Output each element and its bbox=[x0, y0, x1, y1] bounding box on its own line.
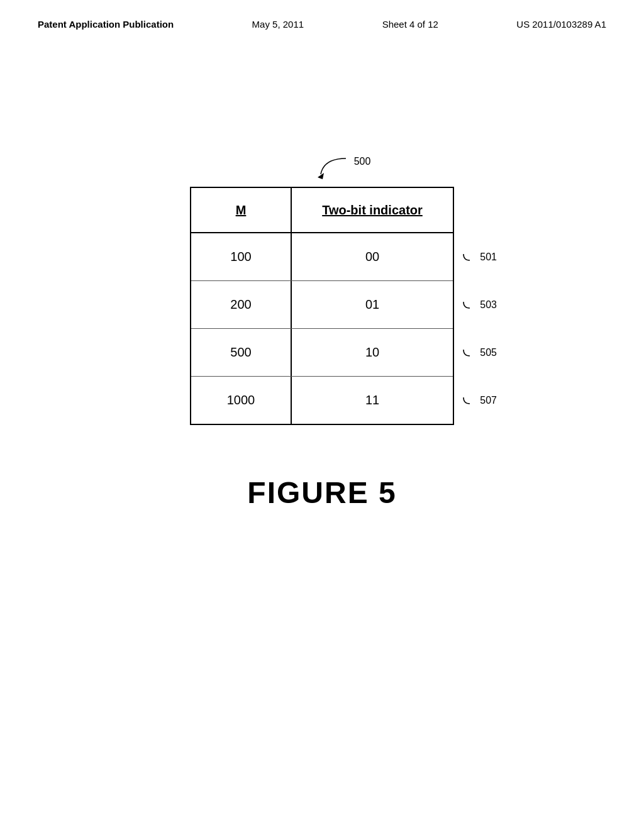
cell-m-value-4: 1000 bbox=[227, 393, 255, 407]
cell-indicator-value-4: 11 bbox=[365, 393, 379, 407]
cell-indicator-value-1: 00 bbox=[365, 250, 379, 264]
cell-m-3: 500 bbox=[191, 329, 292, 376]
figure-caption: FIGURE 5 bbox=[247, 475, 396, 510]
col-indicator-header-text: Two-bit indicator bbox=[322, 203, 423, 218]
cell-indicator-4: 11 bbox=[292, 377, 453, 424]
row-label-503: 503 bbox=[462, 299, 497, 311]
table-header-row: M Two-bit indicator bbox=[191, 188, 453, 233]
curve-icon-501 bbox=[462, 251, 476, 263]
table-row: 100 00 501 bbox=[191, 233, 453, 281]
cell-indicator-value-2: 01 bbox=[365, 297, 379, 312]
cell-m-value-1: 100 bbox=[230, 250, 251, 264]
row-ref-501: 501 bbox=[480, 252, 497, 263]
row-ref-507: 507 bbox=[480, 395, 497, 406]
cell-m-value-2: 200 bbox=[230, 297, 251, 312]
cell-indicator-3: 10 bbox=[292, 329, 453, 376]
col-m-header-text: M bbox=[236, 203, 247, 218]
figure-500-label: 500 bbox=[354, 156, 371, 167]
table-row: 200 01 503 bbox=[191, 281, 453, 329]
cell-indicator-value-3: 10 bbox=[365, 345, 379, 360]
diagram-reference: 500 bbox=[311, 155, 371, 180]
col-indicator-header: Two-bit indicator bbox=[292, 188, 453, 232]
cell-indicator-1: 00 bbox=[292, 233, 453, 280]
curve-icon-507 bbox=[462, 394, 476, 407]
row-ref-503: 503 bbox=[480, 299, 497, 311]
date-label: May 5, 2011 bbox=[252, 19, 304, 30]
table-row: 1000 11 507 bbox=[191, 377, 453, 424]
row-label-507: 507 bbox=[462, 394, 497, 407]
figure-area: 500 M Two-bit indicator 100 00 bbox=[190, 155, 454, 510]
sheet-label: Sheet 4 of 12 bbox=[382, 19, 438, 30]
cell-m-value-3: 500 bbox=[230, 345, 251, 360]
row-ref-505: 505 bbox=[480, 347, 497, 358]
row-label-505: 505 bbox=[462, 346, 497, 359]
table-row: 500 10 505 bbox=[191, 329, 453, 377]
arrow-icon bbox=[311, 155, 349, 180]
row-label-501: 501 bbox=[462, 251, 497, 263]
cell-m-2: 200 bbox=[191, 281, 292, 328]
main-content: 500 M Two-bit indicator 100 00 bbox=[0, 42, 644, 510]
data-table: M Two-bit indicator 100 00 501 bbox=[190, 187, 454, 425]
cell-indicator-2: 01 bbox=[292, 281, 453, 328]
curve-icon-503 bbox=[462, 299, 476, 311]
col-m-header: M bbox=[191, 188, 292, 232]
cell-m-1: 100 bbox=[191, 233, 292, 280]
curve-icon-505 bbox=[462, 346, 476, 359]
cell-m-4: 1000 bbox=[191, 377, 292, 424]
patent-number-label: US 2011/0103289 A1 bbox=[516, 19, 606, 30]
page-header: Patent Application Publication May 5, 20… bbox=[0, 0, 644, 42]
publication-label: Patent Application Publication bbox=[38, 19, 174, 30]
